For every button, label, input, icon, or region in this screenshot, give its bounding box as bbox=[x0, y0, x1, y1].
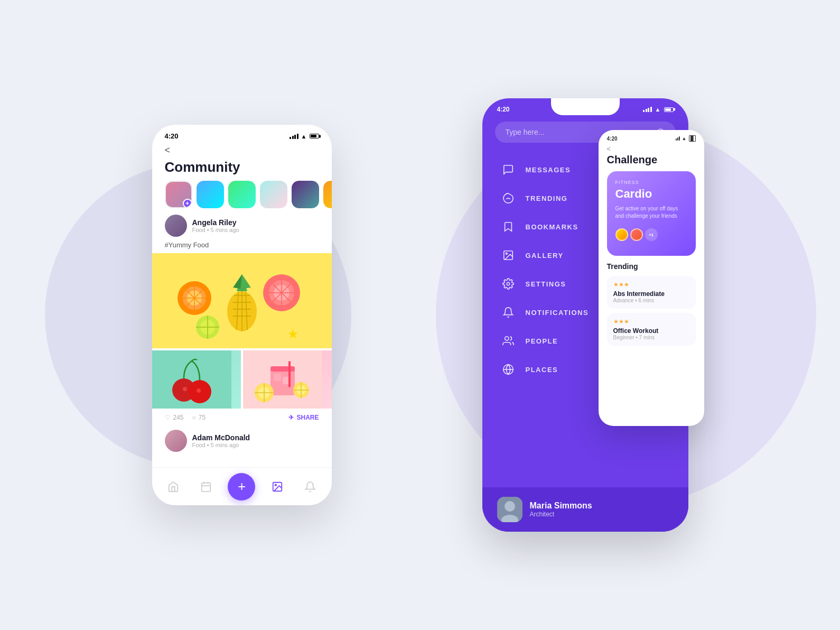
user-profile[interactable]: Maria Simmons Architect bbox=[482, 487, 688, 532]
post-1-images bbox=[152, 253, 332, 409]
settings-label: SETTINGS bbox=[526, 280, 566, 288]
phone1-community: 4:20 ▲ < Community bbox=[152, 125, 332, 505]
svg-rect-50 bbox=[202, 483, 211, 492]
post-2-meta: Adam McDonald Food • 5 mins ago bbox=[192, 433, 319, 448]
story-5[interactable] bbox=[323, 181, 332, 208]
card-status-bar: 4:20 ▲ ▊ bbox=[599, 130, 704, 142]
scene: 4:20 ▲ < Community bbox=[77, 38, 763, 592]
participant-2 bbox=[630, 228, 643, 241]
post-2-name: Adam McDonald bbox=[192, 433, 319, 442]
nav-home[interactable] bbox=[163, 476, 184, 497]
nav-add-button[interactable]: + bbox=[228, 473, 255, 501]
likes-count[interactable]: ♡ 245 bbox=[165, 414, 184, 421]
card-signal bbox=[676, 136, 680, 141]
svg-point-59 bbox=[506, 253, 507, 254]
gallery-label: GALLERY bbox=[526, 252, 564, 260]
bookmarks-label: BOOKMARKS bbox=[526, 223, 578, 231]
messages-icon bbox=[501, 163, 515, 177]
heart-icon: ♡ bbox=[165, 414, 171, 421]
post-1-main-image bbox=[152, 253, 332, 348]
card-back-button[interactable]: < bbox=[599, 142, 704, 153]
card-icons: ▲ ▊ bbox=[676, 135, 696, 142]
phone2-status-icons: ▲ bbox=[643, 106, 673, 113]
user-role: Architect bbox=[530, 511, 592, 518]
story-2[interactable] bbox=[228, 181, 256, 208]
gallery-icon bbox=[501, 248, 515, 262]
post-1-time: Food • 5 mins ago bbox=[192, 227, 319, 233]
signal-icon bbox=[290, 134, 298, 139]
svg-point-55 bbox=[275, 484, 276, 486]
wifi-icon: ▲ bbox=[301, 133, 307, 140]
challenge-card: 4:20 ▲ ▊ < Challenge FITNESS Cardio Get … bbox=[599, 130, 704, 426]
svg-point-61 bbox=[505, 337, 508, 340]
trending-icon bbox=[501, 191, 515, 205]
trending-label: TRENDING bbox=[526, 194, 568, 202]
post-1: Angela Riley Food • 5 mins ago #Yummy Fo… bbox=[152, 215, 332, 430]
nav-bell[interactable] bbox=[300, 476, 321, 497]
story-add[interactable]: + bbox=[165, 181, 192, 208]
item-2-meta: Beginner • 7 mins bbox=[613, 335, 689, 340]
post-2-time: Food • 5 mins ago bbox=[192, 442, 319, 448]
phone2-wrapper: 4:20 ▲ Type here... bbox=[482, 98, 688, 532]
post-drink-image bbox=[243, 350, 332, 409]
trending-item-1[interactable]: ★★★ Abs Intermediate Advance • 6 mins bbox=[607, 276, 696, 309]
cardio-banner: FITNESS Cardio Get active on your off da… bbox=[607, 171, 696, 256]
share-icon: ✈ bbox=[288, 414, 294, 421]
share-button[interactable]: ✈ SHARE bbox=[288, 414, 319, 421]
cardio-description: Get active on your off days and challeng… bbox=[615, 205, 687, 220]
signal-icon-2 bbox=[643, 107, 652, 112]
messages-label: MESSAGES bbox=[526, 166, 571, 174]
card-title: Challenge bbox=[599, 153, 704, 171]
item-2-stars: ★★★ bbox=[613, 318, 689, 325]
comment-icon: ○ bbox=[192, 414, 196, 421]
card-time: 4:20 bbox=[607, 136, 618, 142]
card-wifi: ▲ bbox=[682, 136, 687, 141]
comments-count[interactable]: ○ 75 bbox=[192, 414, 206, 421]
user-avatar bbox=[497, 497, 522, 522]
settings-icon bbox=[501, 277, 515, 291]
item-1-name: Abs Intermediate bbox=[613, 290, 689, 298]
svg-point-60 bbox=[507, 282, 510, 285]
post-2: Adam McDonald Food • 5 mins ago bbox=[152, 430, 332, 465]
post-1-header: Angela Riley Food • 5 mins ago bbox=[152, 215, 332, 241]
notifications-icon bbox=[501, 305, 515, 319]
add-plus-icon: + bbox=[183, 199, 192, 208]
phone2-notch bbox=[551, 98, 620, 115]
trending-item-2[interactable]: ★★★ Office Workout Beginner • 7 mins bbox=[607, 313, 696, 346]
back-button[interactable]: < bbox=[165, 145, 171, 155]
post-2-avatar bbox=[165, 430, 187, 452]
places-icon bbox=[501, 363, 515, 376]
participant-1 bbox=[615, 228, 628, 241]
post-1-image-row bbox=[152, 350, 332, 409]
post-1-name: Angela Riley bbox=[192, 218, 319, 227]
places-label: PLACES bbox=[526, 366, 558, 374]
cardio-category: FITNESS bbox=[615, 180, 687, 185]
wifi-icon-2: ▲ bbox=[655, 106, 661, 113]
post-1-actions: ♡ 245 ○ 75 ✈ SHARE bbox=[152, 409, 332, 421]
bookmarks-icon bbox=[501, 220, 515, 234]
post-2-header: Adam McDonald Food • 5 mins ago bbox=[152, 430, 332, 456]
user-name: Maria Simmons bbox=[530, 501, 592, 511]
svg-point-35 bbox=[197, 388, 201, 393]
posts-feed: Angela Riley Food • 5 mins ago #Yummy Fo… bbox=[152, 215, 332, 479]
story-4[interactable] bbox=[292, 181, 319, 208]
nav-calendar[interactable] bbox=[195, 476, 217, 497]
item-1-stars: ★★★ bbox=[613, 281, 689, 288]
svg-rect-38 bbox=[270, 366, 295, 372]
story-3[interactable] bbox=[260, 181, 287, 208]
post-1-avatar bbox=[165, 215, 187, 237]
stories-row: + bbox=[152, 181, 332, 215]
phone1-status-icons: ▲ bbox=[290, 133, 319, 140]
user-info: Maria Simmons Architect bbox=[530, 501, 592, 518]
battery-icon-2 bbox=[664, 107, 674, 112]
phone1-time: 4:20 bbox=[165, 132, 179, 140]
trending-section: Trending ★★★ Abs Intermediate Advance • … bbox=[599, 256, 704, 346]
svg-rect-49 bbox=[288, 361, 291, 387]
trending-heading: Trending bbox=[607, 262, 696, 271]
story-1[interactable] bbox=[197, 181, 224, 208]
phone1-notch bbox=[210, 125, 274, 140]
post-1-meta: Angela Riley Food • 5 mins ago bbox=[192, 218, 319, 233]
people-icon bbox=[501, 334, 515, 348]
nav-gallery[interactable] bbox=[267, 476, 288, 497]
svg-point-34 bbox=[183, 387, 187, 391]
